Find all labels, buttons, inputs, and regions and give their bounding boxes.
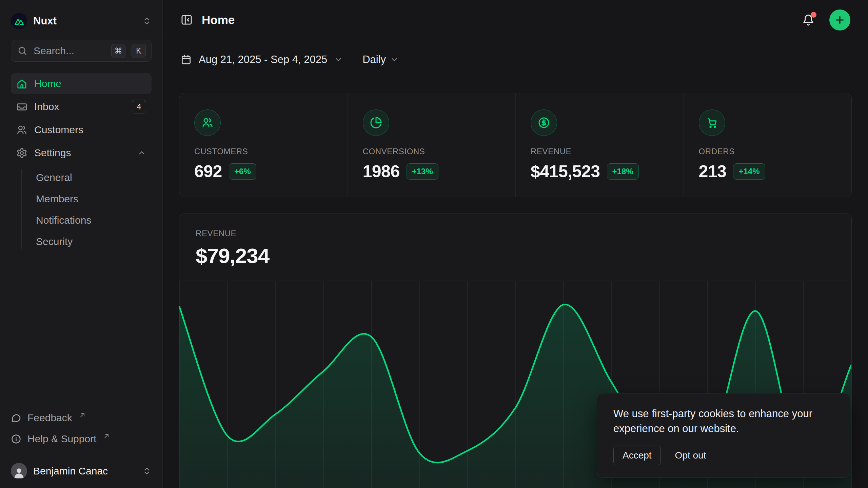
- stat-label: CUSTOMERS: [194, 147, 333, 156]
- feedback-label: Feedback: [27, 412, 72, 424]
- accept-button[interactable]: Accept: [613, 446, 661, 465]
- stats-row: CUSTOMERS 692 +6% CONVERSIONS 1986 +13%: [179, 93, 852, 197]
- user-name: Benjamin Canac: [33, 465, 108, 477]
- sidebar-item-label: Settings: [34, 147, 71, 159]
- stat-change-badge: +6%: [229, 163, 256, 180]
- filters-bar: Aug 21, 2025 - Sep 4, 2025 Daily: [163, 40, 868, 79]
- chat-bubble-icon: [11, 413, 21, 423]
- sidebar-item-customers[interactable]: Customers: [11, 119, 152, 140]
- subitem-label: General: [36, 172, 72, 183]
- help-support-link[interactable]: Help & Support: [11, 430, 152, 448]
- stat-value: $415,523: [531, 162, 600, 181]
- sidebar-subitem-general[interactable]: General: [11, 167, 152, 188]
- kbd-k: K: [132, 44, 146, 58]
- gear-icon: [16, 147, 27, 159]
- sidebar-item-home[interactable]: Home: [11, 73, 152, 94]
- page-title: Home: [202, 13, 235, 27]
- notification-dot: [811, 12, 816, 18]
- calendar-icon: [180, 54, 192, 65]
- stat-label: REVENUE: [531, 147, 669, 156]
- nuxt-logo-icon: [11, 13, 27, 29]
- feedback-link[interactable]: Feedback: [11, 409, 152, 427]
- subitem-label: Notifications: [36, 215, 91, 226]
- cookie-message: We use first-party cookies to enhance yo…: [613, 406, 834, 436]
- sidebar: Nuxt Search... ⌘ K Home Inbox 4: [0, 0, 163, 488]
- revenue-label: REVENUE: [196, 229, 835, 238]
- pie-chart-icon: [363, 109, 389, 136]
- kbd-cmd: ⌘: [111, 44, 125, 58]
- plus-icon: [834, 15, 845, 25]
- opt-out-button[interactable]: Opt out: [674, 446, 708, 465]
- sidebar-subitem-notifications[interactable]: Notifications: [11, 209, 152, 231]
- circle-dollar-icon: [531, 109, 557, 136]
- chevron-down-icon: [390, 55, 399, 64]
- chevron-up-icon: [137, 148, 146, 157]
- search-input[interactable]: Search... ⌘ K: [11, 40, 152, 62]
- sidebar-item-label: Customers: [34, 124, 83, 136]
- notifications-button[interactable]: [801, 13, 816, 27]
- help-support-label: Help & Support: [27, 433, 96, 445]
- sidebar-item-label: Home: [34, 78, 61, 89]
- stat-card-customers[interactable]: CUSTOMERS 692 +6%: [179, 93, 348, 197]
- sidebar-item-inbox[interactable]: Inbox 4: [11, 96, 152, 117]
- external-link-icon: [103, 433, 110, 440]
- external-link-icon: [79, 412, 86, 419]
- stat-change-badge: +18%: [607, 163, 639, 180]
- stat-value: 213: [699, 162, 727, 181]
- date-range-picker[interactable]: Aug 21, 2025 - Sep 4, 2025: [180, 54, 343, 66]
- chevron-down-icon: [334, 55, 343, 64]
- workspace-switcher[interactable]: Nuxt: [11, 12, 152, 30]
- sidebar-toggle-button[interactable]: [180, 14, 193, 26]
- sidebar-nav: Home Inbox 4 Customers Settings: [11, 73, 152, 252]
- search-icon: [17, 46, 27, 56]
- inbox-icon: [16, 101, 27, 113]
- stat-value: 1986: [363, 162, 400, 181]
- topbar: Home: [163, 0, 868, 40]
- subnav-guide-line: [21, 169, 22, 249]
- info-circle-icon: [11, 434, 21, 444]
- sidebar-subitem-members[interactable]: Members: [11, 188, 152, 209]
- subitem-label: Members: [36, 193, 78, 205]
- selector-chevrons-icon: [142, 466, 152, 476]
- home-icon: [16, 78, 27, 89]
- granularity-label: Daily: [362, 54, 386, 66]
- stat-label: ORDERS: [699, 147, 837, 156]
- stat-card-orders[interactable]: ORDERS 213 +14%: [684, 93, 852, 197]
- user-menu[interactable]: Benjamin Canac: [0, 456, 162, 488]
- selector-chevrons-icon: [142, 16, 152, 26]
- shopping-cart-icon: [699, 109, 725, 136]
- sidebar-subitem-security[interactable]: Security: [11, 231, 152, 252]
- sidebar-footer-links: Feedback Help & Support: [11, 409, 152, 456]
- stat-card-revenue[interactable]: REVENUE $415,523 +18%: [515, 93, 684, 197]
- sidebar-item-label: Inbox: [34, 101, 59, 113]
- revenue-panel-header: REVENUE $79,234: [179, 214, 851, 281]
- inbox-count-badge: 4: [132, 100, 146, 114]
- avatar: [11, 463, 27, 479]
- granularity-select[interactable]: Daily: [362, 54, 399, 66]
- stat-value: 692: [194, 162, 222, 181]
- sidebar-item-settings[interactable]: Settings: [11, 142, 152, 163]
- create-button[interactable]: [829, 9, 850, 30]
- workspace-name: Nuxt: [33, 15, 57, 27]
- cookie-banner: We use first-party cookies to enhance yo…: [597, 393, 850, 478]
- stat-label: CONVERSIONS: [363, 147, 501, 156]
- settings-subnav: General Members Notifications Security: [11, 167, 152, 252]
- users-icon: [16, 124, 27, 136]
- stat-change-badge: +13%: [407, 163, 438, 180]
- stat-card-conversions[interactable]: CONVERSIONS 1986 +13%: [348, 93, 516, 197]
- revenue-value: $79,234: [196, 244, 835, 268]
- date-range-label: Aug 21, 2025 - Sep 4, 2025: [199, 54, 327, 66]
- subitem-label: Security: [36, 236, 73, 247]
- stat-change-badge: +14%: [733, 163, 765, 180]
- users-icon: [194, 109, 221, 136]
- search-placeholder: Search...: [34, 45, 74, 57]
